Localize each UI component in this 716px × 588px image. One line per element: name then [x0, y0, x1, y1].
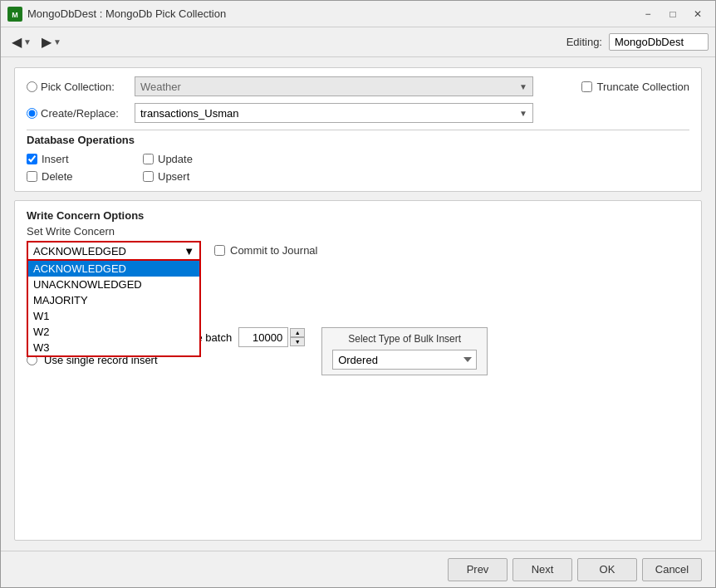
- maximize-button[interactable]: □: [662, 6, 684, 22]
- write-concern-dropdown[interactable]: ACKNOWLEDGED ▼ ACKNOWLEDGED UNACKNOWLEDG…: [27, 241, 201, 261]
- footer: Prev Next OK Cancel: [1, 551, 715, 587]
- app-icon: M: [7, 7, 22, 22]
- toolbar-right: Editing: MongoDbDest: [566, 33, 709, 51]
- window-title: MongoDbDest : MongoDb Pick Collection: [27, 7, 226, 20]
- pick-collection-row: Pick Collection: Weather ▼ Truncate Coll…: [27, 76, 689, 96]
- update-checkbox[interactable]: [143, 154, 154, 164]
- cancel-button[interactable]: Cancel: [642, 558, 702, 581]
- window-controls: − □ ✕: [637, 6, 709, 22]
- bulk-type-select-wrapper: OrderedUnordered: [332, 350, 477, 370]
- dropdown-item-w3[interactable]: W3: [28, 340, 199, 355]
- spinner-down-button[interactable]: ▼: [290, 337, 305, 346]
- update-checkbox-item: Update: [143, 153, 243, 165]
- upsert-checkbox-item: Upsert: [143, 170, 243, 183]
- dropdown-item-w2[interactable]: W2: [28, 324, 199, 340]
- title-bar: M MongoDbDest : MongoDb Pick Collection …: [1, 1, 715, 27]
- ok-button[interactable]: OK: [577, 558, 637, 581]
- pick-combo-arrow-icon: ▼: [519, 82, 527, 91]
- create-replace-arrow-icon: ▼: [519, 109, 527, 118]
- bulk-type-title: Select Type of Bulk Insert: [332, 333, 477, 345]
- write-concern-row: ACKNOWLEDGED ▼ ACKNOWLEDGED UNACKNOWLEDG…: [27, 241, 689, 261]
- next-button[interactable]: Next: [512, 558, 572, 581]
- spinner-buttons: ▲ ▼: [290, 328, 305, 346]
- content-area: Pick Collection: Weather ▼ Truncate Coll…: [1, 57, 715, 551]
- write-concern-arrow-icon: ▼: [184, 245, 194, 257]
- dropdown-item-w1[interactable]: W1: [28, 308, 199, 324]
- commit-to-journal-label[interactable]: Commit to Journal: [230, 244, 317, 257]
- svg-text:M: M: [12, 11, 18, 19]
- truncate-collection-container: Truncate Collection: [581, 81, 689, 93]
- forward-button[interactable]: ▶ ▼: [37, 32, 66, 52]
- write-concern-list[interactable]: ACKNOWLEDGED UNACKNOWLEDGED MAJORITY W1 …: [27, 261, 201, 357]
- db-ops-title: Database Operations: [27, 134, 689, 146]
- commit-to-journal-container: Commit to Journal: [214, 241, 317, 257]
- db-ops-grid: Insert Update Delete Upsert: [27, 153, 689, 183]
- toolbar: ◀ ▼ ▶ ▼ Editing: MongoDbDest: [1, 27, 715, 57]
- write-concern-selected[interactable]: ACKNOWLEDGED ▼: [27, 241, 201, 261]
- batch-size-spinner: 10000 ▲ ▼: [238, 327, 305, 347]
- title-bar-left: M MongoDbDest : MongoDb Pick Collection: [7, 7, 226, 22]
- upsert-checkbox[interactable]: [143, 171, 154, 182]
- prev-button[interactable]: Prev: [448, 558, 508, 581]
- toolbar-left: ◀ ▼ ▶ ▼: [7, 32, 66, 52]
- create-replace-radio-label[interactable]: Create/Replace:: [27, 107, 126, 120]
- truncate-collection-checkbox[interactable]: [581, 81, 592, 92]
- delete-checkbox[interactable]: [27, 171, 37, 182]
- forward-dropdown-icon: ▼: [53, 37, 61, 47]
- pick-collection-combo[interactable]: Weather ▼: [135, 76, 533, 96]
- dropdown-item-unacknowledged[interactable]: UNACKNOWLEDGED: [28, 277, 199, 292]
- pick-collection-radio-label[interactable]: Pick Collection:: [27, 81, 126, 93]
- batch-size-input[interactable]: 10000: [238, 327, 288, 347]
- editing-select[interactable]: MongoDbDest: [609, 33, 709, 51]
- upsert-label[interactable]: Upsert: [158, 170, 189, 183]
- editing-label: Editing:: [566, 36, 602, 48]
- set-write-concern-label: Set Write Concern: [27, 225, 689, 238]
- write-concern-section: Write Concern Options Set Write Concern …: [14, 200, 702, 541]
- dropdown-item-majority[interactable]: MAJORITY: [28, 292, 199, 308]
- close-button[interactable]: ✕: [687, 6, 709, 22]
- bulk-type-select[interactable]: OrderedUnordered: [332, 350, 477, 370]
- back-dropdown-icon: ▼: [23, 37, 32, 47]
- back-icon: ◀: [12, 34, 22, 50]
- delete-checkbox-item: Delete: [27, 170, 126, 183]
- insert-label[interactable]: Insert: [42, 153, 69, 165]
- delete-label[interactable]: Delete: [42, 170, 73, 183]
- spinner-up-button[interactable]: ▲: [290, 328, 305, 337]
- collection-section: Pick Collection: Weather ▼ Truncate Coll…: [14, 67, 702, 192]
- main-window: M MongoDbDest : MongoDb Pick Collection …: [0, 0, 716, 588]
- create-replace-combo[interactable]: transactions_Usman ▼: [135, 103, 533, 123]
- update-label[interactable]: Update: [158, 153, 193, 165]
- minimize-button[interactable]: −: [637, 6, 659, 22]
- back-button[interactable]: ◀ ▼: [7, 32, 36, 52]
- write-concern-title: Write Concern Options: [27, 209, 689, 222]
- insert-checkbox-item: Insert: [27, 153, 126, 165]
- forward-icon: ▶: [42, 34, 51, 50]
- pick-collection-radio[interactable]: [27, 81, 37, 92]
- create-replace-row: Create/Replace: transactions_Usman ▼: [27, 103, 689, 123]
- insert-checkbox[interactable]: [27, 154, 37, 164]
- truncate-collection-label[interactable]: Truncate Collection: [596, 81, 689, 93]
- create-replace-radio[interactable]: [27, 108, 37, 119]
- commit-to-journal-checkbox[interactable]: [214, 245, 225, 256]
- bulk-insert-type-container: Select Type of Bulk Insert OrderedUnorde…: [321, 327, 488, 375]
- dropdown-item-acknowledged[interactable]: ACKNOWLEDGED: [28, 261, 199, 277]
